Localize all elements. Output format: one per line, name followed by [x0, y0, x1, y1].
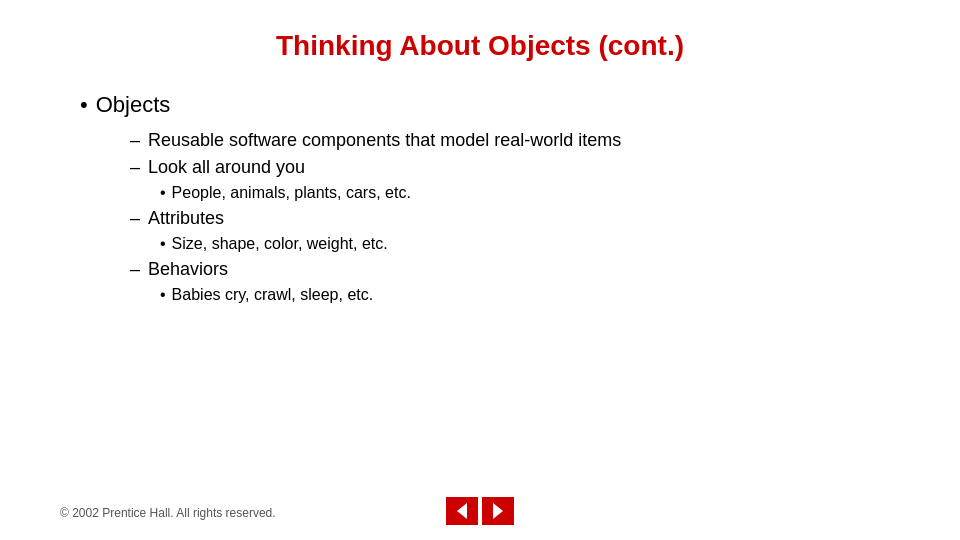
footer-text: © 2002 Prentice Hall. All rights reserve… [60, 506, 276, 520]
dash-item-1: Reusable software components that model … [130, 130, 900, 151]
main-bullet: Objects [80, 92, 900, 118]
next-arrow-icon [493, 503, 503, 519]
dash-item-2: Look all around you [130, 157, 900, 178]
sub-bullet-3-1: Size, shape, color, weight, etc. [160, 235, 900, 253]
nav-buttons [446, 497, 514, 525]
prev-button[interactable] [446, 497, 478, 525]
prev-arrow-icon [457, 503, 467, 519]
sub-items-container: Reusable software components that model … [80, 130, 900, 304]
slide-content: Objects Reusable software components tha… [60, 92, 900, 304]
sub-bullet-2-1: People, animals, plants, cars, etc. [160, 184, 900, 202]
sub-bullet-4-1: Babies cry, crawl, sleep, etc. [160, 286, 900, 304]
slide-title: Thinking About Objects (cont.) [60, 30, 900, 62]
dash-item-3: Attributes [130, 208, 900, 229]
dash-item-4: Behaviors [130, 259, 900, 280]
sub-sub-items-4: Babies cry, crawl, sleep, etc. [130, 286, 900, 304]
slide: Thinking About Objects (cont.) Objects R… [0, 0, 960, 540]
sub-sub-items-2: People, animals, plants, cars, etc. [130, 184, 900, 202]
sub-sub-items-3: Size, shape, color, weight, etc. [130, 235, 900, 253]
next-button[interactable] [482, 497, 514, 525]
